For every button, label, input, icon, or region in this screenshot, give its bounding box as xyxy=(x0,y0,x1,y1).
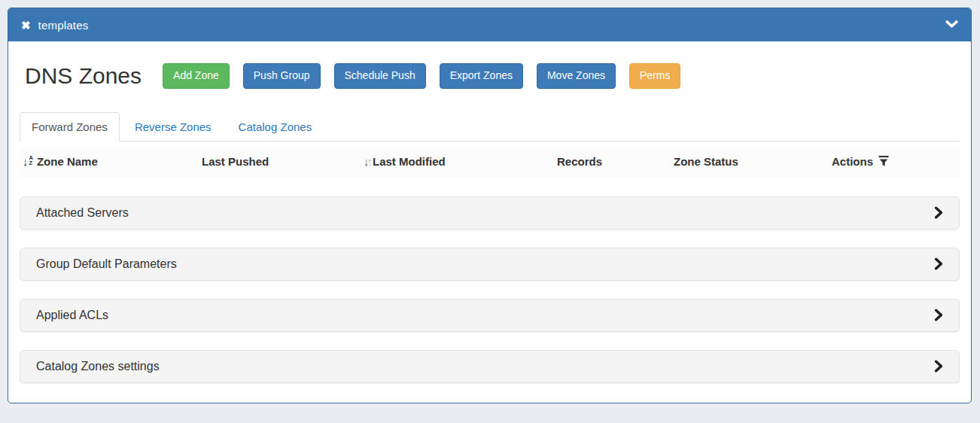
column-header-actions[interactable]: Actions xyxy=(832,155,960,168)
accordion-label: Group Default Parameters xyxy=(36,257,177,271)
zones-table-header: Zone Name Last Pushed Last Modified Reco… xyxy=(20,149,960,178)
column-label: Last Modified xyxy=(373,155,446,168)
column-header-last-pushed[interactable]: Last Pushed xyxy=(202,155,364,168)
column-label: Records xyxy=(557,155,602,168)
accordion-label: Applied ACLs xyxy=(36,309,108,322)
tab-forward-zones[interactable]: Forward Zones xyxy=(20,112,120,142)
accordion-label: Attached Servers xyxy=(36,206,129,220)
column-label: Last Pushed xyxy=(202,155,269,168)
schedule-push-button[interactable]: Schedule Push xyxy=(334,63,426,89)
page-title: DNS Zones xyxy=(25,65,142,87)
accordion-attached-servers[interactable]: Attached Servers xyxy=(20,196,960,230)
column-header-zone-name[interactable]: Zone Name xyxy=(20,155,202,168)
export-zones-button[interactable]: Export Zones xyxy=(440,63,523,89)
push-group-button[interactable]: Push Group xyxy=(243,63,321,89)
panel-header: ✖ templates xyxy=(8,8,971,41)
zone-tabs: Forward Zones Reverse Zones Catalog Zone… xyxy=(20,112,960,142)
accordion-applied-acls[interactable]: Applied ACLs xyxy=(20,299,960,332)
column-header-zone-status[interactable]: Zone Status xyxy=(674,155,832,168)
chevron-right-icon xyxy=(934,206,943,219)
column-label: Zone Status xyxy=(674,155,738,168)
accordion-label: Catalog Zones settings xyxy=(36,360,160,373)
chevron-right-icon xyxy=(934,309,943,321)
column-header-records[interactable]: Records xyxy=(557,155,674,168)
title-row: DNS Zones Add Zone Push Group Schedule P… xyxy=(20,63,960,89)
column-header-last-modified[interactable]: Last Modified xyxy=(364,155,557,168)
chevron-right-icon xyxy=(934,257,943,270)
templates-panel: ✖ templates DNS Zones Add Zone Push Grou… xyxy=(8,8,972,403)
panel-title: templates xyxy=(38,19,89,32)
chevron-right-icon xyxy=(934,360,943,373)
column-label: Zone Name xyxy=(37,155,98,168)
add-zone-button[interactable]: Add Zone xyxy=(163,63,230,89)
filter-icon[interactable] xyxy=(878,156,889,167)
close-icon[interactable]: ✖ xyxy=(21,20,31,31)
column-label: Actions xyxy=(832,155,873,168)
move-zones-button[interactable]: Move Zones xyxy=(537,63,616,89)
accordion-group-default-parameters[interactable]: Group Default Parameters xyxy=(20,248,960,281)
collapse-panel-button[interactable] xyxy=(945,18,958,32)
accordion-catalog-zones-settings[interactable]: Catalog Zones settings xyxy=(20,350,960,383)
sort-up-down-icon[interactable] xyxy=(364,155,370,168)
sort-alpha-down-icon[interactable] xyxy=(23,155,33,168)
chevron-down-icon xyxy=(945,18,958,32)
tab-reverse-zones[interactable]: Reverse Zones xyxy=(123,112,224,142)
perms-button[interactable]: Perms xyxy=(629,63,680,89)
tab-catalog-zones[interactable]: Catalog Zones xyxy=(227,112,324,142)
panel-body: DNS Zones Add Zone Push Group Schedule P… xyxy=(8,63,971,383)
